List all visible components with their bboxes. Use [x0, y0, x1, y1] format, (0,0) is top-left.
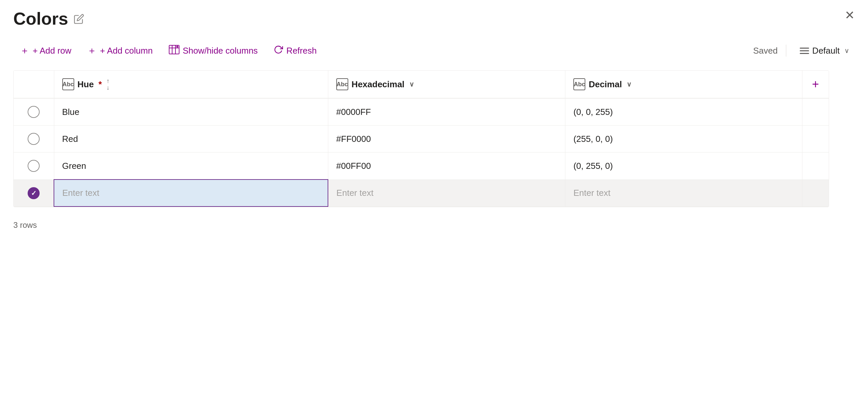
edit-icon[interactable]	[73, 13, 84, 24]
show-hide-columns-button[interactable]: Show/hide columns	[162, 41, 265, 61]
td-select-blue	[14, 98, 54, 125]
hex-enter-text-placeholder: Enter text	[336, 188, 373, 198]
decimal-enter-text-placeholder: Enter text	[574, 188, 610, 198]
th-decimal: Abc Decimal ∨	[565, 70, 802, 98]
decimal-value-red: (255, 0, 0)	[574, 134, 613, 144]
title-row: Colors	[13, 9, 855, 28]
default-view-label: Default	[812, 46, 840, 56]
refresh-icon	[274, 45, 283, 57]
chevron-down-icon: ∨	[844, 47, 849, 55]
toolbar: ＋ + Add row ＋ + Add column Show/hide col…	[13, 40, 855, 61]
hex-filter-icon[interactable]: ∨	[409, 80, 414, 88]
td-hue-blue: Blue	[54, 98, 328, 125]
td-hex-green: #00FF00	[328, 152, 565, 180]
hue-required-indicator: *	[98, 79, 102, 90]
hue-value-red: Red	[62, 134, 78, 144]
row-count-footer: 3 rows	[13, 221, 855, 230]
add-row-label: + Add row	[33, 46, 71, 56]
td-decimal-red: (255, 0, 0)	[565, 125, 802, 152]
add-column-icon: ＋	[87, 44, 97, 57]
decimal-filter-icon[interactable]: ∨	[627, 80, 631, 88]
sort-ascending-icon[interactable]: ↑	[106, 78, 110, 84]
hue-value-blue: Blue	[62, 107, 80, 117]
hue-value-green: Green	[62, 161, 86, 171]
td-hue-green: Green	[54, 152, 328, 180]
row-count-label: 3 rows	[13, 221, 37, 230]
new-row: Enter text Enter text Enter text	[14, 179, 829, 206]
td-hex-red: #FF0000	[328, 125, 565, 152]
hex-value-green: #00FF00	[336, 161, 371, 171]
hue-type-icon: Abc	[62, 78, 74, 90]
table-row: Blue #0000FF (0, 0, 255)	[14, 98, 829, 125]
td-empty-new	[802, 179, 829, 206]
add-row-button[interactable]: ＋ + Add row	[13, 40, 78, 61]
refresh-label: Refresh	[286, 46, 317, 56]
td-decimal-new: Enter text	[565, 179, 802, 206]
refresh-button[interactable]: Refresh	[267, 41, 323, 61]
row-select-radio-new-checked[interactable]	[28, 187, 40, 199]
td-empty-green	[802, 152, 829, 180]
th-decimal-label: Decimal	[589, 79, 622, 90]
td-select-red	[14, 125, 54, 152]
td-decimal-blue: (0, 0, 255)	[565, 98, 802, 125]
td-hue-new[interactable]: Enter text	[54, 179, 328, 206]
saved-status: Saved	[753, 46, 778, 56]
page-title: Colors	[13, 9, 68, 28]
hamburger-icon	[800, 48, 809, 54]
show-hide-label: Show/hide columns	[183, 46, 258, 56]
row-select-radio-green[interactable]	[28, 160, 40, 172]
hex-value-red: #FF0000	[336, 134, 371, 144]
td-empty-red	[802, 125, 829, 152]
th-add-column: +	[802, 70, 829, 98]
td-hex-new: Enter text	[328, 179, 565, 206]
add-column-header-button[interactable]: +	[810, 77, 821, 91]
th-hex-label: Hexadecimal	[351, 79, 405, 90]
close-icon[interactable]: ✕	[845, 9, 855, 21]
decimal-value-green: (0, 255, 0)	[574, 161, 613, 171]
default-view-button[interactable]: Default ∨	[795, 42, 855, 59]
decimal-type-icon: Abc	[574, 78, 585, 90]
show-hide-icon	[169, 45, 180, 57]
add-column-button[interactable]: ＋ + Add column	[81, 40, 159, 61]
add-column-label: + Add column	[100, 46, 153, 56]
hex-value-blue: #0000FF	[336, 107, 371, 117]
th-hue-label: Hue	[78, 79, 94, 90]
toolbar-right: Saved Default ∨	[753, 42, 855, 59]
hex-type-icon: Abc	[336, 78, 348, 90]
row-select-radio-red[interactable]	[28, 133, 40, 145]
td-decimal-green: (0, 255, 0)	[565, 152, 802, 180]
td-select-green	[14, 152, 54, 180]
row-select-radio-blue[interactable]	[28, 106, 40, 118]
table-row: Green #00FF00 (0, 255, 0)	[14, 152, 829, 180]
add-row-icon: ＋	[20, 44, 29, 57]
decimal-value-blue: (0, 0, 255)	[574, 107, 613, 117]
th-select	[14, 70, 54, 98]
th-hexadecimal: Abc Hexadecimal ∨	[328, 70, 565, 98]
td-select-new	[14, 179, 54, 206]
toolbar-divider	[786, 45, 786, 57]
sort-descending-icon[interactable]: ↓	[106, 85, 110, 91]
td-empty-blue	[802, 98, 829, 125]
table-header-row: Abc Hue * ↑ ↓ Abc Hexad	[14, 70, 829, 98]
th-hue: Abc Hue * ↑ ↓	[54, 70, 328, 98]
data-table: Abc Hue * ↑ ↓ Abc Hexad	[13, 70, 829, 207]
hue-enter-text-placeholder: Enter text	[62, 188, 99, 198]
td-hue-red: Red	[54, 125, 328, 152]
table-row: Red #FF0000 (255, 0, 0)	[14, 125, 829, 152]
hue-sort-icons[interactable]: ↑ ↓	[106, 78, 110, 91]
td-hex-blue: #0000FF	[328, 98, 565, 125]
